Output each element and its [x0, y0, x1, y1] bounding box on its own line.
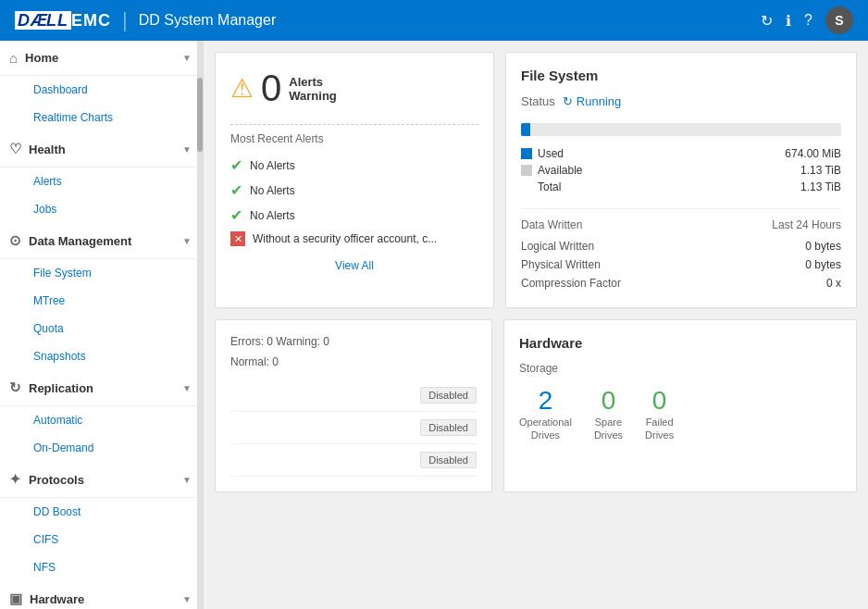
status-row-1: Disabled	[230, 379, 477, 412]
sidebar-item-hardware[interactable]: ▣ Hardware ▼	[0, 581, 203, 609]
alerts-normal: Normal: 0	[230, 355, 279, 368]
status-row-2: Disabled	[230, 412, 477, 444]
alert-row-3: ✔ No Alerts	[230, 203, 478, 228]
sidebar-home-label: Home	[25, 51, 58, 65]
hardware-storage-label: Storage	[519, 362, 841, 375]
alert-row-1: ✔ No Alerts	[230, 153, 478, 178]
fs-physical-value: 0 bytes	[805, 258, 841, 271]
fs-bar-container	[521, 123, 841, 136]
sidebar-item-quota[interactable]: Quota	[0, 315, 203, 342]
info-icon[interactable]: ℹ	[786, 12, 791, 30]
fs-legend-used-left: Used	[521, 147, 564, 160]
hardware-title: Hardware	[519, 335, 841, 351]
hardware-metric-operational: 2 OperationalDrives	[519, 386, 572, 442]
sidebar-item-data-management[interactable]: ⊙ Data Management ▼	[0, 223, 203, 259]
file-system-card: File System Status ↻ Running	[505, 52, 857, 308]
sidebar-scrollthumb	[197, 78, 203, 152]
check-icon-1: ✔	[230, 156, 242, 174]
alerts-summary-text: Errors: 0 Warning: 0	[230, 335, 477, 348]
hardware-card: Hardware Storage 2 OperationalDrives 0 S…	[503, 319, 857, 492]
fs-legend-used-value: 674.00 MiB	[785, 147, 841, 160]
alerts-detail-card: Errors: 0 Warning: 0 Normal: 0 Disabled …	[215, 319, 492, 492]
protocols-icon: ✦	[9, 471, 21, 488]
hardware-icon: ▣	[9, 590, 22, 607]
alert-row-4: ✕ Without a security officer account, c.…	[230, 228, 478, 250]
fs-status-text: Running	[577, 94, 621, 108]
sidebar-replication-label: Replication	[29, 381, 93, 395]
status-tag-2: Disabled	[420, 419, 477, 436]
sidebar-item-automatic[interactable]: Automatic	[0, 406, 203, 434]
replication-icon: ↻	[9, 379, 21, 396]
topbar: DÆLLEMC | DD System Manager ↻ ℹ ? S	[0, 0, 868, 41]
failed-drives-value: 0	[652, 386, 667, 416]
view-all-link[interactable]: View All	[230, 259, 478, 272]
operational-drives-value: 2	[539, 386, 553, 416]
fs-data-header: Data Written Last 24 Hours	[521, 218, 841, 231]
user-avatar[interactable]: S	[825, 6, 853, 34]
chevron-down-icon-dm: ▼	[182, 236, 192, 246]
status-row-3: Disabled	[230, 444, 477, 477]
sidebar-item-file-system[interactable]: File System	[0, 259, 203, 287]
chevron-down-icon-rep: ▼	[182, 383, 192, 393]
status-tag-3: Disabled	[420, 452, 477, 468]
fs-physical-label: Physical Written	[521, 258, 601, 271]
sidebar-item-realtime-charts[interactable]: Realtime Charts	[0, 104, 203, 131]
sidebar-item-alerts[interactable]: Alerts	[0, 168, 203, 195]
failed-drives-label: FailedDrives	[645, 416, 674, 442]
sidebar-item-snapshots[interactable]: Snapshots	[0, 342, 203, 370]
sidebar-item-dashboard[interactable]: Dashboard	[0, 76, 203, 104]
chevron-down-icon: ▼	[182, 53, 192, 63]
fs-bar-available	[530, 123, 841, 136]
top-row: ⚠ 0 Alerts Warning Most Recent Alerts ✔ …	[215, 52, 857, 308]
fs-legend-available-left: Available	[521, 164, 582, 177]
fs-title: File System	[521, 68, 841, 83]
health-icon: ♡	[9, 141, 21, 157]
alerts-divider	[230, 124, 478, 125]
fs-divider	[521, 208, 841, 209]
sidebar-item-nfs[interactable]: NFS	[0, 553, 203, 581]
sidebar-item-replication[interactable]: ↻ Replication ▼	[0, 370, 203, 406]
alert-row-2: ✔ No Alerts	[230, 178, 478, 203]
sidebar-item-health[interactable]: ♡ Health ▼	[0, 131, 203, 168]
sidebar-item-cifs[interactable]: CIFS	[0, 526, 203, 553]
sidebar-item-mtree[interactable]: MTree	[0, 287, 203, 315]
alerts-card: ⚠ 0 Alerts Warning Most Recent Alerts ✔ …	[215, 52, 494, 308]
fs-compression-label: Compression Factor	[521, 277, 621, 290]
fs-data-logical: Logical Written 0 bytes	[521, 237, 841, 255]
sidebar-health-label: Health	[29, 143, 66, 156]
fs-legend: Used 674.00 MiB Available 1.13 TiB	[521, 147, 841, 193]
alert-text-2: No Alerts	[250, 184, 295, 197]
hardware-metric-spare: 0 SpareDrives	[594, 386, 623, 442]
chevron-down-icon-hw: ▼	[182, 594, 192, 604]
sidebar: ⌂ Home ▼ Dashboard Realtime Charts ♡ Hea…	[0, 41, 204, 609]
alerts-label-line1: Alerts	[289, 75, 337, 89]
brand-separator: |	[122, 8, 128, 32]
fs-legend-total-value: 1.13 TiB	[800, 180, 841, 193]
sidebar-item-dd-boost[interactable]: DD Boost	[0, 498, 203, 526]
available-dot	[521, 165, 532, 176]
fs-data-written-label: Data Written	[521, 218, 582, 231]
status-tag-1: Disabled	[420, 387, 477, 404]
alerts-count: 0	[261, 68, 281, 109]
sidebar-item-on-demand[interactable]: On-Demand	[0, 434, 203, 462]
sidebar-item-home[interactable]: ⌂ Home ▼	[0, 41, 203, 76]
refresh-icon[interactable]: ↻	[761, 12, 773, 30]
sidebar-item-protocols[interactable]: ✦ Protocols ▼	[0, 462, 203, 498]
spare-drives-value: 0	[601, 386, 616, 416]
content-area: ⚠ 0 Alerts Warning Most Recent Alerts ✔ …	[204, 41, 868, 503]
fs-legend-used: Used 674.00 MiB	[521, 147, 841, 160]
main-layout: ⌂ Home ▼ Dashboard Realtime Charts ♡ Hea…	[0, 41, 868, 609]
fs-legend-available-value: 1.13 TiB	[800, 164, 841, 177]
warning-icon: ⚠	[230, 73, 254, 104]
sidebar-item-jobs[interactable]: Jobs	[0, 195, 203, 223]
most-recent-label: Most Recent Alerts	[230, 132, 478, 145]
sidebar-scrollbar[interactable]	[197, 41, 203, 609]
chevron-down-icon-health: ▼	[182, 144, 192, 155]
app-title: DD System Manager	[139, 12, 277, 29]
alerts-label-line2: Warning	[289, 89, 337, 103]
fs-data-compression: Compression Factor 0 x	[521, 274, 841, 292]
alerts-summary-errors: Errors: 0 Warning: 0	[230, 335, 329, 348]
fs-bar-used	[521, 123, 530, 136]
help-icon[interactable]: ?	[804, 12, 812, 29]
chevron-down-icon-proto: ▼	[182, 475, 192, 485]
